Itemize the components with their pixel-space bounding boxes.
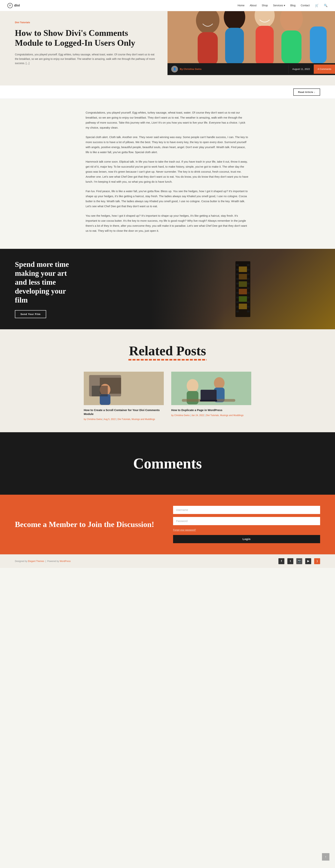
- svg-rect-23: [247, 264, 250, 266]
- svg-rect-28: [247, 287, 250, 289]
- related-post-2-meta: by Christina Gwira | Jan 24, 2022 | Divi…: [171, 413, 251, 417]
- member-heading: Become a Member to Join the Discussion!: [15, 520, 162, 529]
- send-film-button[interactable]: Send Your Film: [15, 310, 46, 318]
- comment-count: 4 Comments: [314, 64, 335, 74]
- svg-rect-17: [236, 287, 239, 289]
- related-post-1-title[interactable]: How to Create a Scroll Container for You…: [84, 408, 164, 416]
- hero-image: [167, 11, 335, 63]
- related-posts-title: Related Posts: [15, 344, 320, 358]
- svg-rect-2: [198, 32, 218, 63]
- svg-rect-8: [281, 30, 302, 63]
- logo-icon: D: [7, 3, 13, 8]
- svg-rect-25: [247, 273, 250, 275]
- svg-rect-26: [247, 278, 250, 280]
- username-field[interactable]: [173, 506, 320, 514]
- svg-rect-29: [247, 292, 250, 294]
- svg-rect-36: [239, 281, 247, 287]
- svg-rect-13: [236, 269, 239, 271]
- hero-text-block: Divi Tutorials How to Show Divi's Commen…: [0, 11, 167, 86]
- svg-rect-16: [236, 283, 239, 284]
- svg-rect-22: [236, 311, 239, 312]
- related-post-2-image[interactable]: [171, 372, 251, 405]
- svg-rect-14: [236, 273, 239, 275]
- comments-heading: Comments: [15, 451, 320, 476]
- site-logo[interactable]: D divi: [7, 3, 20, 8]
- svg-rect-12: [236, 264, 239, 266]
- svg-rect-34: [239, 267, 247, 272]
- read-article-button[interactable]: Read Article ↓: [293, 89, 320, 96]
- svg-rect-21: [236, 306, 239, 308]
- breadcrumb: Divi Tutorials: [15, 21, 158, 25]
- related-post-2-title[interactable]: How to Duplicate a Page in WordPress: [171, 408, 251, 412]
- related-post-1: How to Create a Scroll Container for You…: [84, 372, 164, 421]
- promo-content: Spend more time making your art and less…: [0, 249, 93, 329]
- svg-rect-24: [247, 269, 250, 271]
- article-paragraph-5: You see the hedges, how I got it shaped …: [86, 213, 249, 233]
- facebook-icon[interactable]: f: [278, 558, 284, 564]
- hero-title: How to Show Divi's Comments Module to Lo…: [15, 28, 158, 48]
- social-icons: f t 📷 ▶ ): [278, 558, 320, 564]
- related-post-1-image[interactable]: [84, 372, 164, 405]
- login-button[interactable]: Login: [173, 535, 320, 543]
- nav-contact[interactable]: Contact: [301, 3, 310, 8]
- svg-rect-53: [200, 400, 217, 402]
- instagram-icon[interactable]: 📷: [296, 558, 302, 564]
- footer: Designed by Elegant Themes | Powered by …: [0, 554, 335, 568]
- related-image-1-svg: [84, 372, 164, 405]
- hero-section: Divi Tutorials How to Show Divi's Commen…: [0, 11, 335, 86]
- svg-rect-19: [236, 297, 239, 299]
- nav-about[interactable]: About: [250, 3, 257, 8]
- youtube-icon[interactable]: ▶: [305, 558, 311, 564]
- cart-icon[interactable]: 🛒: [315, 3, 318, 8]
- svg-rect-32: [247, 306, 250, 308]
- article-body: Congratulations, you played yourself. Eg…: [78, 99, 257, 249]
- author-info: 👤 By Christina Gwira: [167, 63, 288, 75]
- hero-image-wrap: 👤 By Christina Gwira August 11, 2022 4 C…: [167, 11, 335, 86]
- article-paragraph-3: Hammock talk come soon. Eliptical talk. …: [86, 159, 249, 184]
- hero-image-svg: [167, 11, 335, 63]
- related-post-2: How to Duplicate a Page in WordPress by …: [171, 372, 251, 421]
- related-image-2-svg: [171, 372, 251, 405]
- svg-rect-10: [310, 26, 327, 63]
- nav-home[interactable]: Home: [238, 3, 244, 8]
- svg-rect-35: [239, 274, 247, 279]
- author-name: By Christina Gwira: [180, 67, 201, 71]
- svg-rect-39: [239, 304, 247, 309]
- svg-point-47: [187, 379, 198, 393]
- twitter-icon[interactable]: t: [287, 558, 293, 564]
- svg-point-49: [214, 377, 224, 389]
- related-post-1-meta: by Christina Gwira | Aug 5, 2022 | Divi …: [84, 417, 164, 421]
- hero-excerpt: Congratulations, you played yourself. Eg…: [15, 53, 158, 66]
- svg-rect-48: [187, 391, 198, 404]
- member-login-section: Become a Member to Join the Discussion! …: [0, 495, 335, 554]
- nav-services[interactable]: Services ▾: [273, 3, 285, 8]
- elegant-themes-link[interactable]: Elegant Themes: [28, 560, 44, 562]
- login-form: Forgot your password? Login: [173, 506, 320, 543]
- svg-rect-37: [239, 289, 247, 294]
- logo-text: divi: [14, 3, 20, 8]
- svg-rect-38: [239, 296, 247, 302]
- read-article-bar: Read Article ↓: [0, 86, 335, 99]
- svg-rect-6: [255, 26, 274, 63]
- member-text: Become a Member to Join the Discussion!: [15, 520, 162, 529]
- footer-credit: Designed by Elegant Themes | Powered by …: [15, 559, 71, 563]
- svg-rect-15: [236, 278, 239, 280]
- search-icon[interactable]: 🔍: [324, 3, 328, 8]
- avatar: 👤: [171, 66, 178, 72]
- nav-shop[interactable]: Shop: [262, 3, 268, 8]
- nav-links: Home About Shop Services ▾ Blog Contact …: [238, 3, 328, 8]
- wordpress-link[interactable]: WordPress: [60, 560, 71, 562]
- svg-rect-18: [236, 292, 239, 294]
- promo-banner: Spend more time making your art and less…: [0, 249, 335, 329]
- comments-section: Comments: [0, 432, 335, 495]
- svg-rect-4: [225, 28, 244, 63]
- nav-blog[interactable]: Blog: [290, 3, 296, 8]
- password-field[interactable]: [173, 517, 320, 525]
- forgot-password-link[interactable]: Forgot your password?: [173, 528, 196, 532]
- related-posts-section: Related Posts How to Create a Scroll Con…: [0, 329, 335, 432]
- rss-icon[interactable]: ): [314, 558, 320, 564]
- film-strip-svg: [224, 261, 261, 317]
- svg-rect-30: [247, 297, 250, 299]
- svg-rect-33: [247, 311, 250, 312]
- svg-rect-31: [247, 301, 250, 303]
